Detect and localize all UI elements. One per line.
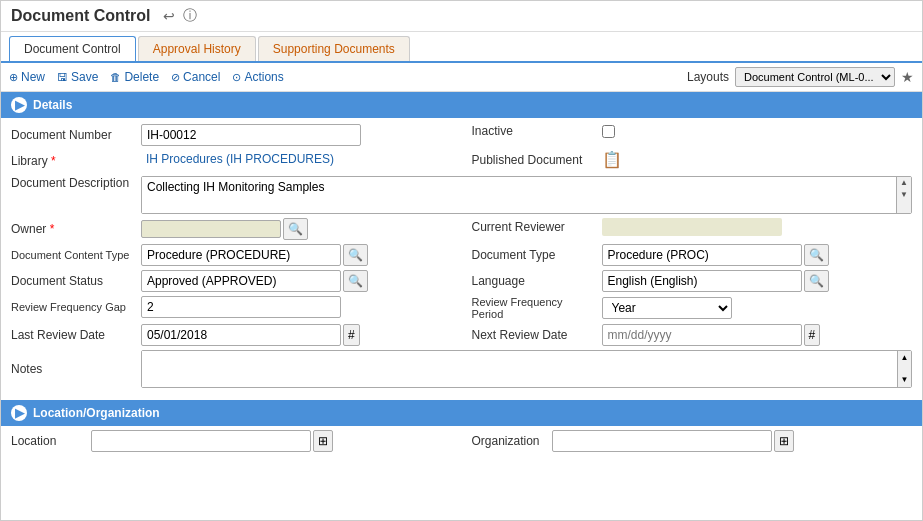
notes-scroll-up[interactable]: ▲ (901, 351, 909, 365)
notes-scroll-down[interactable]: ▼ (901, 373, 909, 387)
language-label: Language (472, 274, 602, 288)
document-status-search-icon[interactable]: 🔍 (343, 270, 368, 292)
document-type-label: Document Type (472, 248, 602, 262)
description-scrollbar: ▲ ▼ (896, 177, 911, 213)
location-title: Location/Organization (33, 406, 160, 420)
notes-scrollbar: ▲ ▼ (897, 351, 911, 387)
save-icon: 🖫 (57, 71, 68, 83)
review-freq-gap-input[interactable] (141, 296, 341, 318)
last-review-date-calendar-icon[interactable]: # (343, 324, 360, 346)
language-input[interactable] (602, 270, 802, 292)
undo-icon[interactable]: ↩ (163, 8, 175, 24)
details-section-header: ▶ Details (1, 92, 922, 118)
next-review-date-calendar-icon[interactable]: # (804, 324, 821, 346)
details-toggle[interactable]: ▶ (11, 97, 27, 113)
new-icon: ⊕ (9, 71, 18, 84)
row-review-dates: Last Review Date # Next Review Date # (11, 324, 912, 350)
owner-label: Owner (11, 222, 141, 236)
document-status-label: Document Status (11, 274, 141, 288)
notes-label: Notes (11, 362, 141, 376)
location-link-icon[interactable]: ⊞ (313, 430, 333, 452)
location-org-row: Location ⊞ Organization ⊞ (1, 426, 922, 456)
details-title: Details (33, 98, 72, 112)
app-container: Document Control ↩ ⓘ Document Control Ap… (0, 0, 923, 521)
favorite-icon[interactable]: ★ (901, 69, 914, 85)
delete-icon: 🗑 (110, 71, 121, 83)
row-doc-description: Document Description Collecting IH Monit… (11, 176, 912, 214)
current-reviewer-label: Current Reviewer (472, 220, 602, 234)
notes-input[interactable] (142, 351, 897, 387)
document-description-label: Document Description (11, 176, 141, 190)
document-description-wrapper: Collecting IH Monitoring Samples ▲ ▼ (141, 176, 912, 214)
organization-input[interactable] (552, 430, 772, 452)
layouts-select[interactable]: Document Control (ML-0... (735, 67, 895, 87)
tabs-container: Document Control Approval History Suppor… (1, 32, 922, 63)
location-section-header: ▶ Location/Organization (1, 400, 922, 426)
delete-button[interactable]: 🗑 Delete (110, 70, 159, 84)
published-document-icon[interactable]: 📋 (602, 150, 622, 169)
row-doc-number: Document Number Inactive (11, 124, 912, 150)
library-value[interactable]: IH Procedures (IH PROCEDURES) (141, 150, 339, 172)
location-input[interactable] (91, 430, 311, 452)
language-search-icon[interactable]: 🔍 (804, 270, 829, 292)
last-review-date-label: Last Review Date (11, 328, 141, 342)
inactive-label: Inactive (472, 124, 602, 138)
location-label: Location (11, 434, 91, 448)
scroll-down-arrow[interactable]: ▼ (897, 189, 911, 201)
play-icon: ▶ (15, 98, 24, 112)
doc-content-type-input[interactable] (141, 244, 341, 266)
details-form: Document Number Inactive Library IH Proc… (1, 118, 922, 398)
published-document-label: Published Document (472, 153, 602, 167)
tab-document-control[interactable]: Document Control (9, 36, 136, 61)
layouts-section: Layouts Document Control (ML-0... ★ (687, 67, 914, 87)
notes-wrapper: ▲ ▼ (141, 350, 912, 388)
row-owner: Owner 🔍 Current Reviewer (11, 218, 912, 244)
location-play-icon: ▶ (15, 406, 24, 420)
doc-content-type-search-icon[interactable]: 🔍 (343, 244, 368, 266)
scroll-up-arrow[interactable]: ▲ (897, 177, 911, 189)
inactive-checkbox[interactable] (602, 125, 615, 138)
review-freq-period-label: Review Frequency Period (472, 296, 602, 320)
save-button[interactable]: 🖫 Save (57, 70, 98, 84)
new-button[interactable]: ⊕ New (9, 70, 45, 84)
document-status-input[interactable] (141, 270, 341, 292)
organization-link-icon[interactable]: ⊞ (774, 430, 794, 452)
document-type-search-icon[interactable]: 🔍 (804, 244, 829, 266)
last-review-date-input[interactable] (141, 324, 341, 346)
row-review-frequency: Review Frequency Gap Review Frequency Pe… (11, 296, 912, 324)
tab-approval-history[interactable]: Approval History (138, 36, 256, 61)
document-number-label: Document Number (11, 128, 141, 142)
doc-content-type-label: Document Content Type (11, 249, 141, 261)
app-title: Document Control (11, 7, 151, 25)
row-library: Library IH Procedures (IH PROCEDURES) Pu… (11, 150, 912, 176)
library-label: Library (11, 154, 141, 168)
toolbar: ⊕ New 🖫 Save 🗑 Delete ⊘ Cancel ⊙ Actions… (1, 63, 922, 92)
document-type-input[interactable] (602, 244, 802, 266)
document-description-input[interactable]: Collecting IH Monitoring Samples (142, 177, 896, 213)
cancel-button[interactable]: ⊘ Cancel (171, 70, 220, 84)
owner-search-icon[interactable]: 🔍 (283, 218, 308, 240)
actions-icon: ⊙ (232, 71, 241, 84)
cancel-icon: ⊘ (171, 71, 180, 84)
actions-button[interactable]: ⊙ Actions (232, 70, 283, 84)
current-reviewer-value (602, 218, 782, 236)
document-number-input[interactable] (141, 124, 361, 146)
layouts-label: Layouts (687, 70, 729, 84)
info-icon[interactable]: ⓘ (183, 7, 197, 25)
review-freq-gap-label: Review Frequency Gap (11, 301, 141, 313)
next-review-date-label: Next Review Date (472, 328, 602, 342)
location-toggle[interactable]: ▶ (11, 405, 27, 421)
owner-input[interactable] (141, 220, 281, 238)
title-bar: Document Control ↩ ⓘ (1, 1, 922, 32)
row-status: Document Status 🔍 Language 🔍 (11, 270, 912, 296)
organization-label: Organization (472, 434, 552, 448)
next-review-date-input[interactable] (602, 324, 802, 346)
review-freq-period-select[interactable]: Year Month Week Day (602, 297, 732, 319)
row-content-type: Document Content Type 🔍 Document Type 🔍 (11, 244, 912, 270)
row-notes: Notes ▲ ▼ (11, 350, 912, 388)
tab-supporting-documents[interactable]: Supporting Documents (258, 36, 410, 61)
